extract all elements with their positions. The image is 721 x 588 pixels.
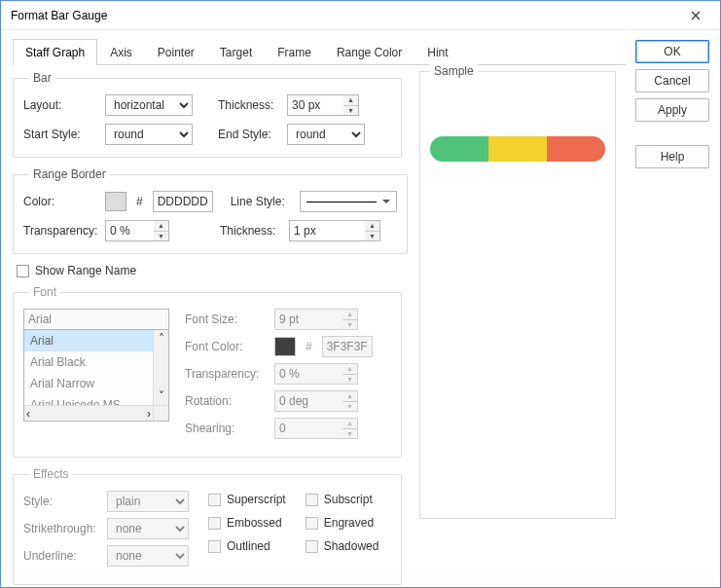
spin-down[interactable]: ▼ bbox=[342, 402, 357, 412]
rotation-label: Rotation: bbox=[185, 394, 269, 408]
spin-down[interactable]: ▼ bbox=[365, 232, 379, 241]
show-range-name-label: Show Range Name bbox=[35, 264, 136, 277]
tab-body: Bar Layout: horizontal Thickness: ▲▼ Sta… bbox=[13, 71, 626, 588]
underline-select[interactable]: none bbox=[107, 545, 189, 567]
content-area: Staff Graph Axis Pointer Target Frame Ra… bbox=[1, 30, 720, 587]
spin-down[interactable]: ▼ bbox=[342, 429, 357, 439]
help-button[interactable]: Help bbox=[635, 145, 709, 168]
font-size-input[interactable] bbox=[274, 309, 342, 330]
font-list[interactable]: Arial Arial Black Arial Narrow Arial Uni… bbox=[23, 330, 169, 422]
effects-col1: Style: plain Strikethrough: none Underli… bbox=[23, 491, 189, 572]
tab-hint[interactable]: Hint bbox=[415, 39, 460, 65]
font-size-label: Font Size: bbox=[185, 312, 269, 326]
font-right: Font Size: ▲▼ Font Color: # Transparency… bbox=[185, 309, 373, 445]
scrollbar-vertical[interactable]: ˄˅ bbox=[153, 330, 168, 405]
color-hex-input[interactable] bbox=[153, 191, 213, 212]
font-color-hex-input[interactable] bbox=[322, 336, 373, 357]
spin-up[interactable]: ▲ bbox=[365, 221, 379, 232]
spin-down[interactable]: ▼ bbox=[342, 320, 357, 330]
spin-down[interactable]: ▼ bbox=[154, 232, 168, 241]
font-transparency-spinner[interactable]: ▲▼ bbox=[274, 363, 358, 385]
close-button[interactable] bbox=[681, 6, 710, 25]
shearing-input[interactable] bbox=[274, 418, 342, 439]
line-style-select[interactable] bbox=[300, 191, 397, 212]
color-swatch[interactable] bbox=[105, 192, 126, 211]
effects-col3: Subscript Engraved Shadowed bbox=[306, 491, 379, 572]
effects-col2: Superscript Embossed Outlined bbox=[208, 491, 286, 572]
font-color-label: Font Color: bbox=[185, 340, 269, 353]
transparency-input[interactable] bbox=[105, 220, 154, 241]
gauge-segment-yellow bbox=[488, 136, 547, 162]
superscript-checkbox[interactable]: Superscript bbox=[208, 493, 286, 506]
font-option[interactable]: Arial bbox=[24, 330, 168, 351]
scroll-left-icon: ‹ bbox=[26, 407, 30, 421]
strikethrough-label: Strikethrough: bbox=[23, 522, 101, 535]
font-option[interactable]: Arial Narrow bbox=[24, 373, 168, 394]
embossed-checkbox[interactable]: Embossed bbox=[208, 516, 286, 530]
transparency-spinner[interactable]: ▲▼ bbox=[105, 220, 169, 241]
end-style-select[interactable]: round bbox=[287, 124, 365, 145]
effect-style-select[interactable]: plain bbox=[107, 491, 189, 512]
spin-up[interactable]: ▲ bbox=[342, 419, 357, 429]
range-border-legend: Range Border bbox=[29, 167, 110, 181]
dialog-window: Format Bar Gauge Staff Graph Axis Pointe… bbox=[0, 0, 721, 588]
underline-label: Underline: bbox=[23, 549, 101, 563]
font-search-input[interactable] bbox=[23, 309, 169, 330]
left-panel: Bar Layout: horizontal Thickness: ▲▼ Sta… bbox=[13, 71, 402, 588]
layout-select[interactable]: horizontal bbox=[105, 94, 193, 116]
gauge-segment-green bbox=[430, 136, 488, 162]
font-transparency-input[interactable] bbox=[274, 363, 342, 385]
spin-up[interactable]: ▲ bbox=[343, 95, 358, 106]
start-style-select[interactable]: round bbox=[105, 124, 193, 145]
show-range-name-box[interactable] bbox=[17, 265, 29, 277]
title-bar: Format Bar Gauge bbox=[1, 1, 720, 30]
color-label: Color: bbox=[23, 195, 99, 208]
bar-group: Bar Layout: horizontal Thickness: ▲▼ Sta… bbox=[13, 71, 402, 158]
chevron-down-icon bbox=[382, 200, 390, 203]
show-range-name-checkbox[interactable]: Show Range Name bbox=[17, 264, 402, 277]
spin-down[interactable]: ▼ bbox=[343, 106, 358, 116]
ok-button[interactable]: OK bbox=[635, 40, 709, 63]
thickness-spinner[interactable]: ▲▼ bbox=[287, 94, 359, 116]
tab-pointer[interactable]: Pointer bbox=[145, 39, 207, 65]
font-size-spinner[interactable]: ▲▼ bbox=[274, 309, 358, 330]
border-thickness-input[interactable] bbox=[289, 220, 365, 241]
shadowed-checkbox[interactable]: Shadowed bbox=[306, 539, 379, 553]
tab-range-color[interactable]: Range Color bbox=[324, 39, 415, 65]
scrollbar-horizontal[interactable]: ‹› bbox=[24, 405, 153, 421]
font-option[interactable]: Arial Black bbox=[24, 351, 168, 373]
font-color-swatch[interactable] bbox=[274, 337, 296, 356]
spin-up[interactable]: ▲ bbox=[154, 221, 168, 232]
scroll-down-icon: ˅ bbox=[159, 389, 164, 403]
button-column: OK Cancel Apply Help bbox=[635, 38, 709, 575]
close-icon bbox=[691, 11, 701, 20]
spin-down[interactable]: ▼ bbox=[342, 375, 357, 385]
font-legend: Font bbox=[29, 285, 60, 299]
tab-frame[interactable]: Frame bbox=[265, 39, 324, 65]
border-thickness-spinner[interactable]: ▲▼ bbox=[289, 220, 380, 241]
rotation-spinner[interactable]: ▲▼ bbox=[274, 390, 358, 412]
spin-up[interactable]: ▲ bbox=[342, 364, 357, 375]
hash-symbol: # bbox=[302, 340, 316, 353]
gauge-segment-red bbox=[547, 136, 605, 162]
sample-box: Sample bbox=[419, 71, 616, 519]
scrollbar-corner bbox=[153, 405, 168, 421]
shearing-spinner[interactable]: ▲▼ bbox=[274, 418, 358, 439]
subscript-checkbox[interactable]: Subscript bbox=[306, 493, 379, 506]
strikethrough-select[interactable]: none bbox=[107, 518, 189, 539]
tab-target[interactable]: Target bbox=[207, 39, 265, 65]
spin-up[interactable]: ▲ bbox=[342, 391, 357, 402]
spin-up[interactable]: ▲ bbox=[342, 310, 357, 320]
apply-button[interactable]: Apply bbox=[635, 98, 709, 122]
thickness-input[interactable] bbox=[287, 94, 343, 116]
cancel-button[interactable]: Cancel bbox=[635, 69, 709, 92]
tab-staff-graph[interactable]: Staff Graph bbox=[13, 39, 97, 65]
engraved-checkbox[interactable]: Engraved bbox=[306, 516, 379, 530]
tab-axis[interactable]: Axis bbox=[97, 39, 145, 65]
outlined-checkbox[interactable]: Outlined bbox=[208, 539, 286, 553]
bar-legend: Bar bbox=[29, 71, 55, 85]
thickness-label: Thickness: bbox=[218, 98, 281, 112]
font-group: Font Arial Arial Black Arial Narrow Aria… bbox=[13, 285, 402, 458]
rotation-input[interactable] bbox=[274, 390, 342, 412]
border-thickness-label: Thickness: bbox=[220, 224, 283, 238]
